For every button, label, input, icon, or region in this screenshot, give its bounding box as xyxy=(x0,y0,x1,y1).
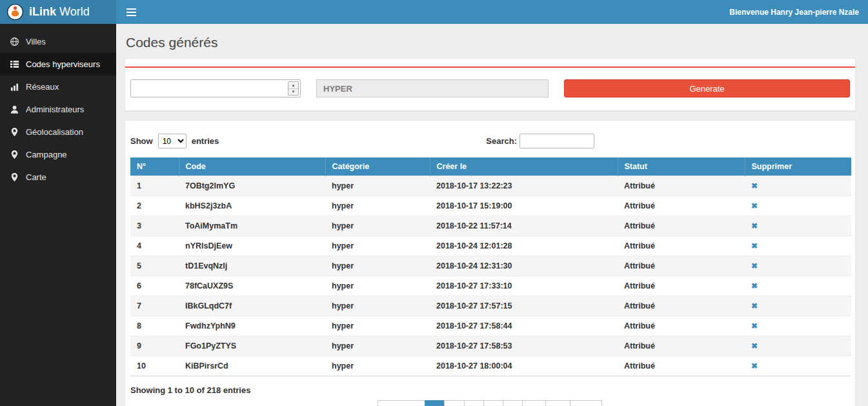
sidebar-item-reseaux[interactable]: Réseaux xyxy=(0,76,116,98)
sidebar-item-administrateurs[interactable]: Administrateurs xyxy=(0,98,116,121)
sidebar-item-villes[interactable]: Villes xyxy=(0,30,116,53)
table-row: 2kbHS2j3zbAhyper2018-10-17 15:19:00Attri… xyxy=(130,196,851,216)
cell-supprimer: ✖ xyxy=(745,296,851,316)
sidebar-item-label: Géolocalisation xyxy=(26,127,83,137)
pagination-22[interactable]: 22 xyxy=(545,400,570,406)
cell-code: tD1EvqNzlj xyxy=(179,256,325,276)
pagination-4[interactable]: 4 xyxy=(483,400,503,406)
sidebar-item-label: Réseaux xyxy=(26,82,59,92)
page-length-control: Show 10 entries xyxy=(130,134,219,148)
number-stepper: ▲ ▼ xyxy=(288,81,299,96)
search-label: Search: xyxy=(486,136,517,146)
pagination-previous: Previous xyxy=(378,400,426,406)
pagination-1[interactable]: 1 xyxy=(425,400,445,406)
cell-n: 9 xyxy=(130,336,179,356)
column-header[interactable]: Statut xyxy=(618,157,745,176)
sidebar-item-geolocalisation[interactable]: Géolocalisation xyxy=(0,121,116,143)
table-row: 8FwdhzYphN9hyper2018-10-27 17:58:44Attri… xyxy=(130,316,851,336)
cell-creer-le: 2018-10-17 15:19:00 xyxy=(430,196,618,216)
delete-icon[interactable]: ✖ xyxy=(751,221,758,230)
cell-statut: Attribué xyxy=(618,236,745,256)
user-icon xyxy=(10,105,19,114)
pagination-2[interactable]: 2 xyxy=(444,400,464,406)
pagination-next[interactable]: Next xyxy=(570,400,603,406)
cell-creer-le: 2018-10-27 17:58:53 xyxy=(430,336,618,356)
entries-label: entries xyxy=(192,136,219,146)
search-input[interactable] xyxy=(520,134,594,148)
globe-icon xyxy=(10,37,19,46)
list-icon xyxy=(10,59,19,69)
stepper-down-button[interactable]: ▼ xyxy=(288,89,298,96)
top-navbar: iLink World Bienvenue Hanry Jean-pierre … xyxy=(0,0,868,24)
welcome-text: Bienvenue Hanry Jean-pierre Nzale xyxy=(729,8,868,17)
sidebar-item-label: Administrateurs xyxy=(26,105,84,114)
sidebar-menu: VillesCodes hyperviseursRéseauxAdministr… xyxy=(0,24,116,188)
page-title: Codes générés xyxy=(126,35,856,50)
cell-supprimer: ✖ xyxy=(745,236,851,256)
cell-supprimer: ✖ xyxy=(745,196,851,216)
stepper-up-button[interactable]: ▲ xyxy=(288,82,298,89)
cell-creer-le: 2018-10-24 12:01:28 xyxy=(430,236,618,256)
map-marker-icon xyxy=(10,127,19,137)
app-logo[interactable]: iLink World xyxy=(0,0,116,24)
cell-statut: Attribué xyxy=(618,356,745,376)
cell-statut: Attribué xyxy=(618,296,745,316)
cell-code: KiBPirsrCd xyxy=(179,356,325,376)
cell-n: 4 xyxy=(130,236,179,256)
sidebar-item-codes-hyperviseurs[interactable]: Codes hyperviseurs xyxy=(0,53,116,76)
column-header[interactable]: Supprimer xyxy=(745,157,851,176)
cell-categorie: hyper xyxy=(325,196,430,216)
column-header[interactable]: Créer le xyxy=(430,157,618,176)
sidebar-toggle-button[interactable] xyxy=(116,0,146,24)
cell-n: 5 xyxy=(130,256,179,276)
sidebar-item-carte[interactable]: Carte xyxy=(0,166,116,188)
pagination-ellipsis: … xyxy=(522,400,546,406)
delete-icon[interactable]: ✖ xyxy=(751,341,758,350)
column-header[interactable]: Code xyxy=(179,157,325,176)
cell-statut: Attribué xyxy=(618,336,745,356)
table-row: 17OBtg2lmYGhyper2018-10-17 13:22:23Attri… xyxy=(130,176,851,196)
delete-icon[interactable]: ✖ xyxy=(751,261,758,270)
cell-categorie: hyper xyxy=(325,316,430,336)
table-header-row: N°CodeCatégorieCréer leStatutSupprimer xyxy=(130,157,851,176)
pagination-3[interactable]: 3 xyxy=(464,400,484,406)
cell-n: 7 xyxy=(130,296,179,316)
cell-creer-le: 2018-10-27 17:33:10 xyxy=(430,276,618,296)
cell-code: 7OBtg2lmYG xyxy=(179,176,325,196)
codes-table-panel: Show 10 entries Search: N°CodeCatégorieC… xyxy=(125,120,856,406)
cell-categorie: hyper xyxy=(325,296,430,316)
cell-creer-le: 2018-10-27 17:58:44 xyxy=(430,316,618,336)
pagination-5[interactable]: 5 xyxy=(503,400,523,406)
delete-icon[interactable]: ✖ xyxy=(751,201,758,210)
code-generator-panel: ▲ ▼ Generate xyxy=(125,58,856,111)
map-marker-icon xyxy=(10,172,19,182)
sidebar-item-campagne[interactable]: Campagne xyxy=(0,143,116,166)
cell-code: nYRlsDjEew xyxy=(179,236,325,256)
sidebar-item-label: Campagne xyxy=(26,150,67,159)
page-length-select[interactable]: 10 xyxy=(158,134,187,148)
delete-icon[interactable]: ✖ xyxy=(751,321,758,330)
codes-table: N°CodeCatégorieCréer leStatutSupprimer 1… xyxy=(130,157,851,376)
table-row: 7IBkGLqdC7fhyper2018-10-27 17:57:15Attri… xyxy=(130,296,851,316)
cell-n: 1 xyxy=(130,176,179,196)
cell-supprimer: ✖ xyxy=(745,316,851,336)
delete-icon[interactable]: ✖ xyxy=(751,241,758,250)
column-header[interactable]: N° xyxy=(130,157,179,176)
delete-icon[interactable]: ✖ xyxy=(751,301,758,310)
delete-icon[interactable]: ✖ xyxy=(751,361,758,370)
delete-icon[interactable]: ✖ xyxy=(751,181,758,190)
logo-icon xyxy=(6,3,24,21)
main-content: Codes générés ▲ ▼ Generate Show xyxy=(116,24,868,406)
column-header[interactable]: Catégorie xyxy=(325,157,430,176)
cell-n: 3 xyxy=(130,216,179,236)
generate-button[interactable]: Generate xyxy=(564,79,850,97)
cell-categorie: hyper xyxy=(325,276,430,296)
table-row: 678fCaUXZ9Shyper2018-10-27 17:33:10Attri… xyxy=(130,276,851,296)
cell-n: 6 xyxy=(130,276,179,296)
delete-icon[interactable]: ✖ xyxy=(751,281,758,290)
table-row: 4nYRlsDjEewhyper2018-10-24 12:01:28Attri… xyxy=(130,236,851,256)
code-count-input[interactable] xyxy=(131,80,300,97)
pagination: Previous12345…22Next xyxy=(130,400,850,406)
search-control: Search: xyxy=(486,134,594,148)
cell-statut: Attribué xyxy=(618,176,745,196)
